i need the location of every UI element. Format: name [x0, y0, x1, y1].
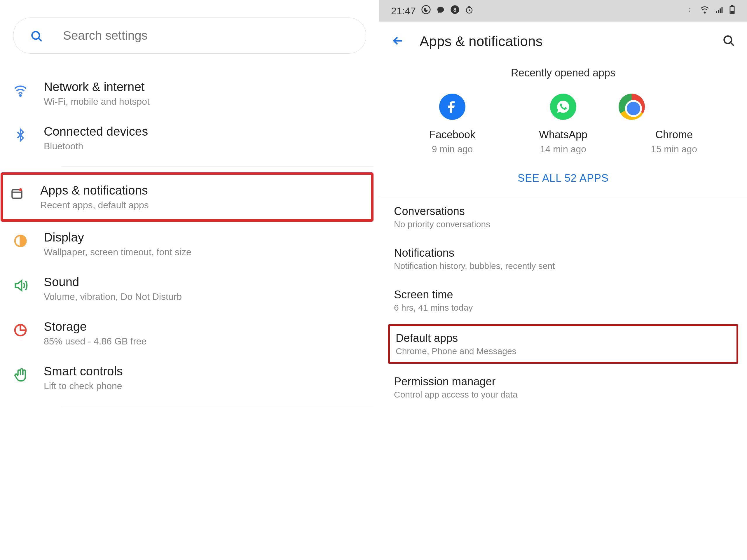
see-all-apps-button[interactable]: SEE ALL 52 APPS: [379, 155, 747, 196]
item-title: Notifications: [394, 247, 732, 259]
setting-title: Connected devices: [44, 125, 368, 138]
item-title: Default apps: [396, 332, 731, 344]
svg-point-16: [724, 36, 732, 44]
setting-title: Smart controls: [44, 364, 368, 378]
app-name: WhatsApp: [508, 129, 619, 141]
back-arrow-icon[interactable]: [391, 34, 405, 49]
hand-icon: [12, 366, 29, 383]
recent-app-chrome[interactable]: Chrome 15 min ago: [619, 94, 729, 155]
svg-line-17: [731, 42, 734, 46]
setting-apps-notifications[interactable]: Apps & notifications Recent apps, defaul…: [1, 172, 374, 222]
setting-display[interactable]: Display Wallpaper, screen timeout, font …: [6, 222, 374, 266]
svg-point-12: [704, 12, 705, 13]
item-title: Permission manager: [394, 375, 732, 388]
recent-app-facebook[interactable]: Facebook 9 min ago: [397, 94, 508, 155]
item-permission-manager[interactable]: Permission manager Control app access to…: [379, 367, 747, 408]
search-settings-bar[interactable]: [13, 18, 366, 54]
setting-network-internet[interactable]: Network & internet Wi-Fi, mobile and hot…: [6, 71, 374, 116]
display-icon: [12, 232, 29, 250]
setting-sub: Recent apps, default apps: [40, 200, 365, 211]
item-default-apps[interactable]: Default apps Chrome, Phone and Messages: [388, 324, 738, 364]
setting-smart-controls[interactable]: Smart controls Lift to check phone: [6, 355, 374, 400]
apps-icon: [8, 185, 26, 203]
facebook-icon: [439, 94, 465, 120]
page-title: Apps & notifications: [420, 33, 708, 49]
whatsapp-status-icon: [421, 5, 431, 17]
bluetooth-icon: [12, 126, 29, 144]
svg-line-1: [38, 38, 42, 42]
app-time: 9 min ago: [397, 144, 508, 155]
divider: [61, 406, 374, 406]
item-sub: 6 hrs, 41 mins today: [394, 303, 732, 313]
circle-status-icon: 8: [450, 5, 460, 17]
item-title: Conversations: [394, 205, 732, 218]
search-icon: [28, 28, 46, 45]
svg-rect-14: [731, 5, 733, 6]
svg-rect-15: [731, 11, 733, 13]
settings-main-screen: Network & internet Wi-Fi, mobile and hot…: [0, 0, 379, 560]
chrome-icon: [619, 94, 645, 120]
setting-title: Network & internet: [44, 80, 368, 94]
setting-sub: Wi-Fi, mobile and hotspot: [44, 96, 368, 107]
svg-point-2: [20, 95, 21, 96]
search-input[interactable]: [63, 29, 351, 43]
setting-sub: 85% used - 4.86 GB free: [44, 336, 368, 347]
item-sub: Notification history, bubbles, recently …: [394, 261, 732, 271]
wifi-icon: [12, 82, 29, 99]
item-notifications[interactable]: Notifications Notification history, bubb…: [379, 238, 747, 280]
setting-sound[interactable]: Sound Volume, vibration, Do Not Disturb: [6, 266, 374, 311]
sound-icon: [12, 277, 29, 294]
setting-sub: Lift to check phone: [44, 381, 368, 392]
setting-title: Storage: [44, 320, 368, 334]
chat-status-icon: [436, 5, 445, 17]
signal-status-icon: [715, 5, 724, 17]
app-time: 14 min ago: [508, 144, 619, 155]
battery-status-icon: [729, 5, 735, 17]
setting-title: Display: [44, 231, 368, 244]
svg-point-5: [19, 188, 22, 191]
item-sub: Control app access to your data: [394, 390, 732, 400]
setting-title: Sound: [44, 275, 368, 289]
item-sub: Chrome, Phone and Messages: [396, 346, 731, 356]
app-name: Facebook: [397, 129, 508, 141]
item-conversations[interactable]: Conversations No priority conversations: [379, 196, 747, 238]
setting-sub: Bluetooth: [44, 141, 368, 152]
setting-title: Apps & notifications: [40, 183, 365, 197]
timer-status-icon: [465, 5, 473, 17]
recent-apps-row: Facebook 9 min ago WhatsApp 14 min ago C…: [379, 94, 747, 155]
data-status-icon: [688, 5, 694, 17]
status-bar: 21:47 8: [379, 0, 747, 22]
svg-point-8: [422, 5, 430, 14]
app-time: 15 min ago: [619, 144, 729, 155]
apps-notifications-screen: 21:47 8: [379, 0, 747, 560]
recently-opened-header: Recently opened apps: [379, 58, 747, 94]
item-sub: No priority conversations: [394, 219, 732, 229]
storage-icon: [12, 321, 29, 339]
setting-storage[interactable]: Storage 85% used - 4.86 GB free: [6, 311, 374, 355]
item-title: Screen time: [394, 289, 732, 301]
setting-sub: Volume, vibration, Do Not Disturb: [44, 291, 368, 302]
setting-connected-devices[interactable]: Connected devices Bluetooth: [6, 116, 374, 160]
setting-sub: Wallpaper, screen timeout, font size: [44, 247, 368, 258]
wifi-status-icon: [700, 5, 710, 17]
app-name: Chrome: [619, 129, 729, 141]
item-screen-time[interactable]: Screen time 6 hrs, 41 mins today: [379, 280, 747, 321]
svg-text:8: 8: [454, 7, 456, 13]
svg-point-0: [32, 32, 40, 39]
app-header: Apps & notifications: [379, 22, 747, 58]
status-time: 21:47: [391, 5, 416, 17]
whatsapp-icon: [550, 94, 576, 120]
recent-app-whatsapp[interactable]: WhatsApp 14 min ago: [508, 94, 619, 155]
search-icon[interactable]: [722, 34, 735, 48]
